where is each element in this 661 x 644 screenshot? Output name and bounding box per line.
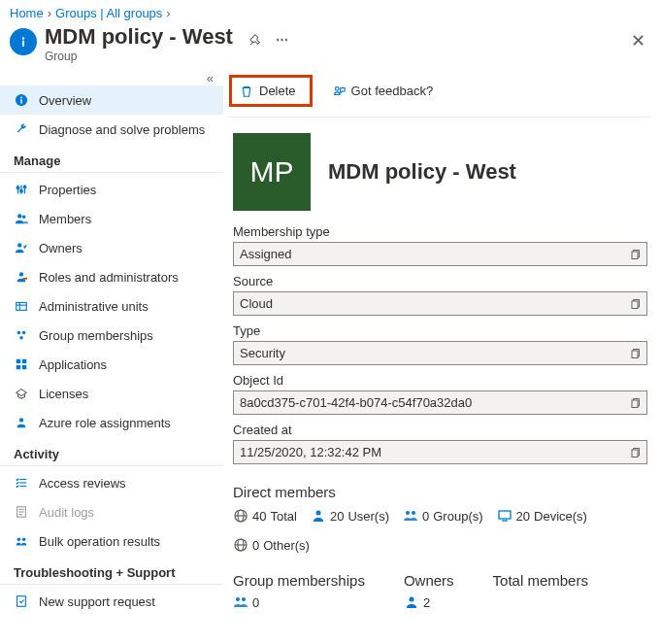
sidebar-item-members[interactable]: Members	[0, 204, 223, 233]
copy-icon[interactable]	[629, 298, 641, 310]
summary-owners[interactable]: Owners 2	[404, 572, 454, 610]
sidebar-item-azurerole[interactable]: Azure role assignments	[0, 408, 223, 437]
trash-icon	[240, 85, 253, 98]
svg-rect-23	[17, 359, 20, 363]
group-title: MDM policy - West	[328, 159, 516, 185]
field-label: Membership type	[233, 224, 647, 239]
page-title: MDM policy - West	[45, 24, 233, 50]
stat-value: 20	[516, 509, 530, 524]
page-subtitle: Group	[45, 50, 233, 63]
toolbar: Delete Got feedback?	[229, 67, 651, 118]
delete-button[interactable]: Delete	[229, 75, 313, 107]
copy-icon[interactable]	[629, 249, 641, 260]
pin-icon[interactable]	[248, 33, 262, 47]
svg-point-12	[17, 214, 21, 218]
avatar: MP	[233, 133, 311, 211]
svg-point-21	[22, 331, 26, 335]
sidebar-label: Access reviews	[39, 476, 126, 491]
copy-icon[interactable]	[629, 447, 641, 458]
sidebar-item-access[interactable]: Access reviews	[0, 468, 223, 497]
stat-total[interactable]: 40 Total	[233, 508, 297, 524]
person-icon	[14, 415, 29, 430]
stat-devices[interactable]: 20 Device(s)	[497, 508, 587, 524]
svg-rect-42	[632, 400, 638, 408]
summary-memberships[interactable]: Group memberships 0	[233, 572, 365, 610]
sidebar-label: Owners	[39, 241, 83, 255]
svg-point-57	[409, 597, 413, 602]
svg-rect-26	[22, 365, 26, 369]
summary-label: Group memberships	[233, 572, 365, 589]
stat-value: 40	[252, 509, 266, 524]
bulk-icon	[14, 533, 29, 549]
stat-users[interactable]: 20 User(s)	[311, 508, 389, 524]
direct-members-heading: Direct members	[229, 466, 651, 508]
svg-point-49	[412, 511, 415, 515]
collapse-icon[interactable]: «	[0, 71, 223, 85]
sidebar-item-owners[interactable]: Owners	[0, 233, 223, 262]
svg-point-48	[406, 511, 410, 515]
sidebar-item-support[interactable]: New support request	[0, 587, 223, 616]
sidebar-item-roles[interactable]: Roles and administrators	[0, 262, 223, 291]
summary-value: 2	[423, 595, 430, 610]
summary-total[interactable]: Total members	[493, 572, 588, 610]
field-label: Type	[233, 323, 647, 338]
adminunits-icon	[14, 298, 29, 314]
stat-label: User(s)	[347, 509, 389, 524]
sidebar-item-diagnose[interactable]: Diagnose and solve problems	[0, 115, 223, 144]
breadcrumb: Home › Groups | All groups ›	[0, 0, 661, 20]
field-type: Type Security	[229, 318, 651, 367]
field-value: 8a0cd375-c701-42f4-b074-c54f70a32da0	[240, 395, 472, 410]
copy-icon[interactable]	[629, 348, 641, 359]
toolbar-label: Delete	[259, 84, 296, 98]
svg-rect-37	[17, 596, 26, 607]
sidebar-item-audit: Audit logs	[0, 497, 223, 526]
breadcrumb-groups[interactable]: Groups | All groups	[55, 6, 162, 20]
svg-point-9	[17, 186, 19, 189]
svg-rect-24	[22, 359, 26, 363]
svg-point-13	[22, 216, 26, 220]
svg-point-47	[315, 511, 320, 516]
svg-rect-5	[20, 99, 21, 103]
sidebar: « Overview Diagnose and solve problems M…	[0, 67, 223, 616]
sidebar-item-bulk[interactable]: Bulk operation results	[0, 526, 223, 556]
group-icon	[403, 508, 418, 524]
summary-label: Owners	[404, 572, 454, 589]
svg-point-36	[22, 538, 26, 542]
sidebar-label: New support request	[39, 594, 155, 609]
toolbar-label: Got feedback?	[351, 84, 434, 98]
group-header: MP MDM policy - West	[229, 118, 651, 219]
sidebar-label: Members	[39, 212, 91, 226]
copy-icon[interactable]	[629, 397, 641, 409]
sidebar-item-memberships[interactable]: Group memberships	[0, 321, 223, 350]
field-label: Created at	[233, 423, 647, 437]
svg-rect-25	[17, 365, 20, 369]
sidebar-item-licenses[interactable]: Licenses	[0, 379, 223, 408]
svg-point-27	[19, 418, 23, 422]
sidebar-label: Applications	[39, 357, 107, 372]
sidebar-item-overview[interactable]: Overview	[0, 85, 223, 115]
bottom-summary: Group memberships 0 Owners 2 Total membe…	[229, 553, 651, 610]
sidebar-label: Overview	[39, 93, 91, 108]
stat-groups[interactable]: 0 Group(s)	[403, 508, 483, 524]
sidebar-item-applications[interactable]: Applications	[0, 350, 223, 379]
person-icon	[311, 508, 326, 524]
sidebar-label: Azure role assignments	[39, 416, 171, 430]
stat-others[interactable]: 0 Other(s)	[233, 537, 310, 553]
sidebar-label: Bulk operation results	[39, 534, 160, 549]
stat-label: Device(s)	[534, 509, 587, 524]
sidebar-label: Audit logs	[39, 505, 94, 520]
more-icon[interactable]: ⋯	[276, 32, 290, 47]
svg-rect-39	[632, 252, 638, 259]
chevron-right-icon: ›	[166, 6, 170, 20]
field-value-box: Assigned	[233, 242, 647, 266]
close-icon[interactable]: ✕	[631, 30, 645, 51]
svg-point-38	[335, 86, 339, 90]
page-header: MDM policy - West Group ⋯ ✕	[0, 20, 661, 67]
sidebar-heading-manage: Manage	[0, 144, 223, 173]
field-value-box: Security	[233, 341, 647, 365]
field-value-box: 11/25/2020, 12:32:42 PM	[233, 440, 647, 464]
breadcrumb-home[interactable]: Home	[10, 6, 44, 20]
feedback-button[interactable]: Got feedback?	[332, 84, 434, 98]
sidebar-item-properties[interactable]: Properties	[0, 175, 223, 204]
sidebar-item-adminunits[interactable]: Administrative units	[0, 291, 223, 321]
